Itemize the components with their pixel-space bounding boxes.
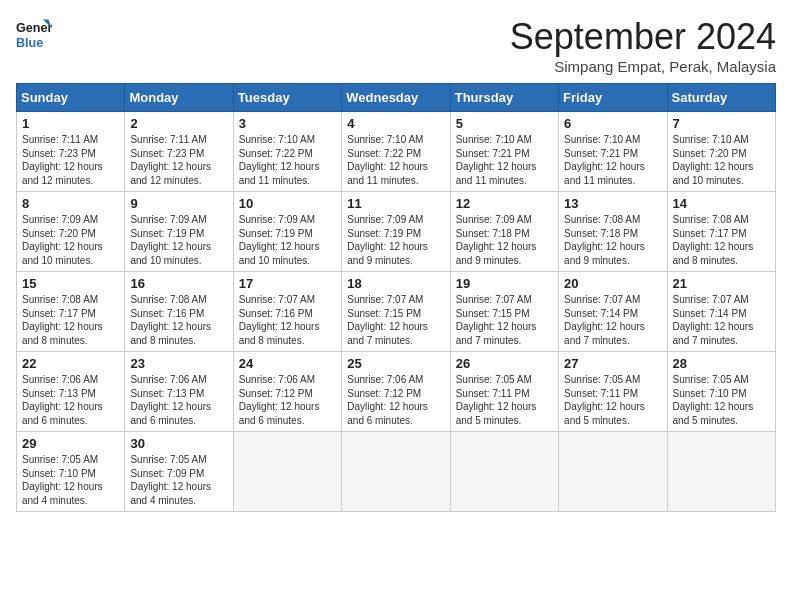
day-number: 11 xyxy=(347,196,444,211)
day-info: Sunrise: 7:05 AMSunset: 7:09 PMDaylight:… xyxy=(130,453,227,507)
calendar-week-row: 1Sunrise: 7:11 AMSunset: 7:23 PMDaylight… xyxy=(17,112,776,192)
calendar-cell xyxy=(342,432,450,512)
day-info: Sunrise: 7:05 AMSunset: 7:11 PMDaylight:… xyxy=(456,373,553,427)
day-number: 13 xyxy=(564,196,661,211)
calendar-cell: 24Sunrise: 7:06 AMSunset: 7:12 PMDayligh… xyxy=(233,352,341,432)
day-info: Sunrise: 7:06 AMSunset: 7:13 PMDaylight:… xyxy=(130,373,227,427)
day-info: Sunrise: 7:06 AMSunset: 7:12 PMDaylight:… xyxy=(347,373,444,427)
calendar-cell: 21Sunrise: 7:07 AMSunset: 7:14 PMDayligh… xyxy=(667,272,775,352)
day-info: Sunrise: 7:10 AMSunset: 7:21 PMDaylight:… xyxy=(564,133,661,187)
day-info: Sunrise: 7:07 AMSunset: 7:14 PMDaylight:… xyxy=(673,293,770,347)
day-number: 18 xyxy=(347,276,444,291)
calendar-cell: 19Sunrise: 7:07 AMSunset: 7:15 PMDayligh… xyxy=(450,272,558,352)
calendar-cell: 13Sunrise: 7:08 AMSunset: 7:18 PMDayligh… xyxy=(559,192,667,272)
day-info: Sunrise: 7:07 AMSunset: 7:14 PMDaylight:… xyxy=(564,293,661,347)
calendar-cell: 11Sunrise: 7:09 AMSunset: 7:19 PMDayligh… xyxy=(342,192,450,272)
calendar-table: SundayMondayTuesdayWednesdayThursdayFrid… xyxy=(16,83,776,512)
day-info: Sunrise: 7:11 AMSunset: 7:23 PMDaylight:… xyxy=(130,133,227,187)
day-info: Sunrise: 7:10 AMSunset: 7:22 PMDaylight:… xyxy=(239,133,336,187)
title-block: September 2024 Simpang Empat, Perak, Mal… xyxy=(510,16,776,75)
calendar-cell xyxy=(233,432,341,512)
calendar-cell: 26Sunrise: 7:05 AMSunset: 7:11 PMDayligh… xyxy=(450,352,558,432)
day-info: Sunrise: 7:08 AMSunset: 7:18 PMDaylight:… xyxy=(564,213,661,267)
day-info: Sunrise: 7:10 AMSunset: 7:20 PMDaylight:… xyxy=(673,133,770,187)
calendar-cell: 18Sunrise: 7:07 AMSunset: 7:15 PMDayligh… xyxy=(342,272,450,352)
day-number: 30 xyxy=(130,436,227,451)
calendar-cell: 29Sunrise: 7:05 AMSunset: 7:10 PMDayligh… xyxy=(17,432,125,512)
day-info: Sunrise: 7:10 AMSunset: 7:22 PMDaylight:… xyxy=(347,133,444,187)
calendar-cell: 2Sunrise: 7:11 AMSunset: 7:23 PMDaylight… xyxy=(125,112,233,192)
day-info: Sunrise: 7:07 AMSunset: 7:15 PMDaylight:… xyxy=(456,293,553,347)
weekday-header-row: SundayMondayTuesdayWednesdayThursdayFrid… xyxy=(17,84,776,112)
day-number: 15 xyxy=(22,276,119,291)
calendar-cell: 9Sunrise: 7:09 AMSunset: 7:19 PMDaylight… xyxy=(125,192,233,272)
day-number: 6 xyxy=(564,116,661,131)
day-info: Sunrise: 7:05 AMSunset: 7:10 PMDaylight:… xyxy=(673,373,770,427)
calendar-cell: 17Sunrise: 7:07 AMSunset: 7:16 PMDayligh… xyxy=(233,272,341,352)
weekday-header: Saturday xyxy=(667,84,775,112)
calendar-cell: 7Sunrise: 7:10 AMSunset: 7:20 PMDaylight… xyxy=(667,112,775,192)
day-info: Sunrise: 7:07 AMSunset: 7:15 PMDaylight:… xyxy=(347,293,444,347)
location-subtitle: Simpang Empat, Perak, Malaysia xyxy=(510,58,776,75)
day-number: 4 xyxy=(347,116,444,131)
calendar-cell: 10Sunrise: 7:09 AMSunset: 7:19 PMDayligh… xyxy=(233,192,341,272)
calendar-cell xyxy=(450,432,558,512)
calendar-week-row: 29Sunrise: 7:05 AMSunset: 7:10 PMDayligh… xyxy=(17,432,776,512)
day-number: 17 xyxy=(239,276,336,291)
day-info: Sunrise: 7:10 AMSunset: 7:21 PMDaylight:… xyxy=(456,133,553,187)
calendar-cell: 25Sunrise: 7:06 AMSunset: 7:12 PMDayligh… xyxy=(342,352,450,432)
calendar-cell xyxy=(559,432,667,512)
logo-icon: General Blue xyxy=(16,16,52,52)
day-number: 27 xyxy=(564,356,661,371)
calendar-cell: 6Sunrise: 7:10 AMSunset: 7:21 PMDaylight… xyxy=(559,112,667,192)
calendar-cell: 14Sunrise: 7:08 AMSunset: 7:17 PMDayligh… xyxy=(667,192,775,272)
calendar-cell: 28Sunrise: 7:05 AMSunset: 7:10 PMDayligh… xyxy=(667,352,775,432)
calendar-cell: 23Sunrise: 7:06 AMSunset: 7:13 PMDayligh… xyxy=(125,352,233,432)
day-number: 2 xyxy=(130,116,227,131)
day-info: Sunrise: 7:09 AMSunset: 7:19 PMDaylight:… xyxy=(347,213,444,267)
day-info: Sunrise: 7:08 AMSunset: 7:17 PMDaylight:… xyxy=(22,293,119,347)
svg-text:Blue: Blue xyxy=(16,36,43,50)
calendar-cell: 22Sunrise: 7:06 AMSunset: 7:13 PMDayligh… xyxy=(17,352,125,432)
calendar-cell: 5Sunrise: 7:10 AMSunset: 7:21 PMDaylight… xyxy=(450,112,558,192)
day-number: 19 xyxy=(456,276,553,291)
day-info: Sunrise: 7:09 AMSunset: 7:18 PMDaylight:… xyxy=(456,213,553,267)
calendar-cell: 27Sunrise: 7:05 AMSunset: 7:11 PMDayligh… xyxy=(559,352,667,432)
day-number: 9 xyxy=(130,196,227,211)
day-number: 16 xyxy=(130,276,227,291)
calendar-cell: 1Sunrise: 7:11 AMSunset: 7:23 PMDaylight… xyxy=(17,112,125,192)
day-number: 26 xyxy=(456,356,553,371)
day-number: 23 xyxy=(130,356,227,371)
day-number: 14 xyxy=(673,196,770,211)
day-number: 21 xyxy=(673,276,770,291)
calendar-cell: 30Sunrise: 7:05 AMSunset: 7:09 PMDayligh… xyxy=(125,432,233,512)
calendar-cell: 16Sunrise: 7:08 AMSunset: 7:16 PMDayligh… xyxy=(125,272,233,352)
weekday-header: Friday xyxy=(559,84,667,112)
day-info: Sunrise: 7:06 AMSunset: 7:13 PMDaylight:… xyxy=(22,373,119,427)
weekday-header: Monday xyxy=(125,84,233,112)
day-info: Sunrise: 7:06 AMSunset: 7:12 PMDaylight:… xyxy=(239,373,336,427)
day-info: Sunrise: 7:08 AMSunset: 7:17 PMDaylight:… xyxy=(673,213,770,267)
calendar-cell xyxy=(667,432,775,512)
calendar-week-row: 15Sunrise: 7:08 AMSunset: 7:17 PMDayligh… xyxy=(17,272,776,352)
day-number: 1 xyxy=(22,116,119,131)
calendar-cell: 8Sunrise: 7:09 AMSunset: 7:20 PMDaylight… xyxy=(17,192,125,272)
calendar-cell: 15Sunrise: 7:08 AMSunset: 7:17 PMDayligh… xyxy=(17,272,125,352)
day-info: Sunrise: 7:08 AMSunset: 7:16 PMDaylight:… xyxy=(130,293,227,347)
logo: General Blue xyxy=(16,16,52,52)
day-number: 20 xyxy=(564,276,661,291)
day-number: 8 xyxy=(22,196,119,211)
day-number: 22 xyxy=(22,356,119,371)
svg-text:General: General xyxy=(16,21,52,35)
day-info: Sunrise: 7:11 AMSunset: 7:23 PMDaylight:… xyxy=(22,133,119,187)
day-number: 5 xyxy=(456,116,553,131)
day-number: 25 xyxy=(347,356,444,371)
day-info: Sunrise: 7:07 AMSunset: 7:16 PMDaylight:… xyxy=(239,293,336,347)
weekday-header: Wednesday xyxy=(342,84,450,112)
day-info: Sunrise: 7:05 AMSunset: 7:10 PMDaylight:… xyxy=(22,453,119,507)
day-info: Sunrise: 7:09 AMSunset: 7:20 PMDaylight:… xyxy=(22,213,119,267)
month-title: September 2024 xyxy=(510,16,776,58)
day-info: Sunrise: 7:05 AMSunset: 7:11 PMDaylight:… xyxy=(564,373,661,427)
day-number: 29 xyxy=(22,436,119,451)
day-number: 12 xyxy=(456,196,553,211)
